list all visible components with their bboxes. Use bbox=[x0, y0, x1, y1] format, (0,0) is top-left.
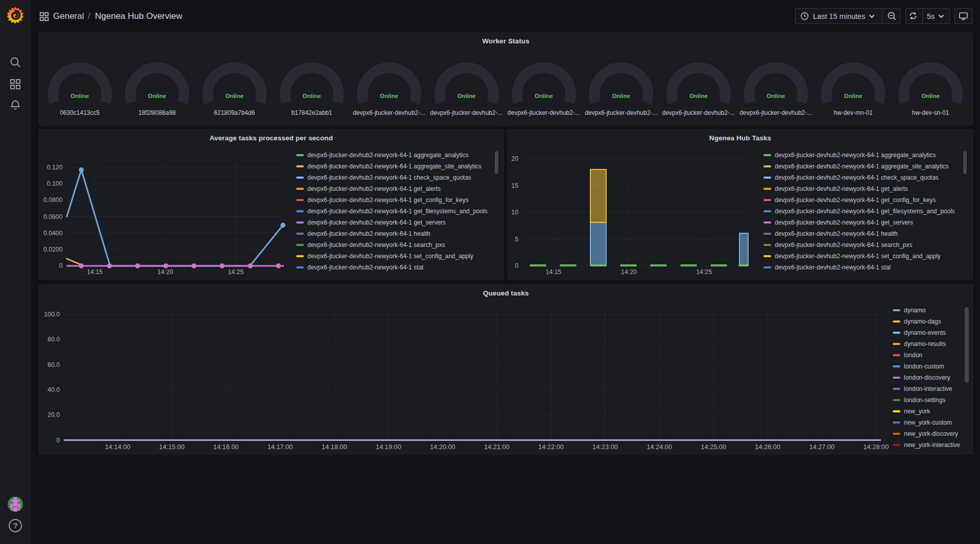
svg-text:14:14:00: 14:14:00 bbox=[105, 443, 130, 451]
svg-text:14:20: 14:20 bbox=[157, 268, 173, 276]
svg-text:14:27:00: 14:27:00 bbox=[809, 443, 834, 451]
svg-text:14:15: 14:15 bbox=[87, 268, 103, 276]
svg-text:14:17:00: 14:17:00 bbox=[268, 443, 293, 451]
svg-text:10: 10 bbox=[511, 209, 518, 216]
svg-text:14:18:00: 14:18:00 bbox=[322, 443, 347, 451]
svg-text:14:20: 14:20 bbox=[621, 268, 637, 276]
svg-text:80.0: 80.0 bbox=[47, 336, 60, 343]
svg-text:14:22:00: 14:22:00 bbox=[538, 443, 564, 451]
svg-text:14:15: 14:15 bbox=[545, 268, 561, 276]
svg-text:100.0: 100.0 bbox=[44, 311, 60, 318]
svg-text:14:25: 14:25 bbox=[228, 268, 244, 276]
svg-text:20.0: 20.0 bbox=[47, 411, 60, 418]
svg-text:0: 0 bbox=[515, 262, 518, 269]
svg-text:60.0: 60.0 bbox=[47, 361, 60, 368]
svg-text:14:20:00: 14:20:00 bbox=[430, 443, 456, 451]
svg-text:14:25:00: 14:25:00 bbox=[701, 443, 726, 451]
svg-text:40.0: 40.0 bbox=[47, 386, 60, 393]
svg-text:0.0400: 0.0400 bbox=[43, 230, 63, 237]
svg-text:14:16:00: 14:16:00 bbox=[213, 443, 239, 451]
svg-text:0: 0 bbox=[59, 262, 63, 269]
svg-text:0.0200: 0.0200 bbox=[43, 246, 63, 253]
svg-text:5: 5 bbox=[515, 236, 518, 243]
svg-text:20: 20 bbox=[511, 155, 518, 162]
svg-text:14:21:00: 14:21:00 bbox=[484, 443, 510, 451]
svg-text:14:23:00: 14:23:00 bbox=[592, 443, 618, 451]
svg-text:14:19:00: 14:19:00 bbox=[376, 443, 401, 451]
svg-text:14:28:00: 14:28:00 bbox=[863, 443, 889, 451]
svg-text:0.0600: 0.0600 bbox=[43, 213, 63, 220]
svg-text:15: 15 bbox=[511, 182, 518, 189]
svg-text:0.0800: 0.0800 bbox=[43, 196, 63, 204]
svg-text:14:26:00: 14:26:00 bbox=[755, 443, 780, 451]
svg-text:0: 0 bbox=[56, 437, 60, 444]
svg-text:14:24:00: 14:24:00 bbox=[647, 443, 672, 451]
svg-text:0.120: 0.120 bbox=[47, 164, 63, 171]
svg-text:14:15:00: 14:15:00 bbox=[159, 443, 185, 451]
svg-text:0.100: 0.100 bbox=[47, 180, 63, 187]
svg-text:14:25: 14:25 bbox=[696, 268, 712, 276]
